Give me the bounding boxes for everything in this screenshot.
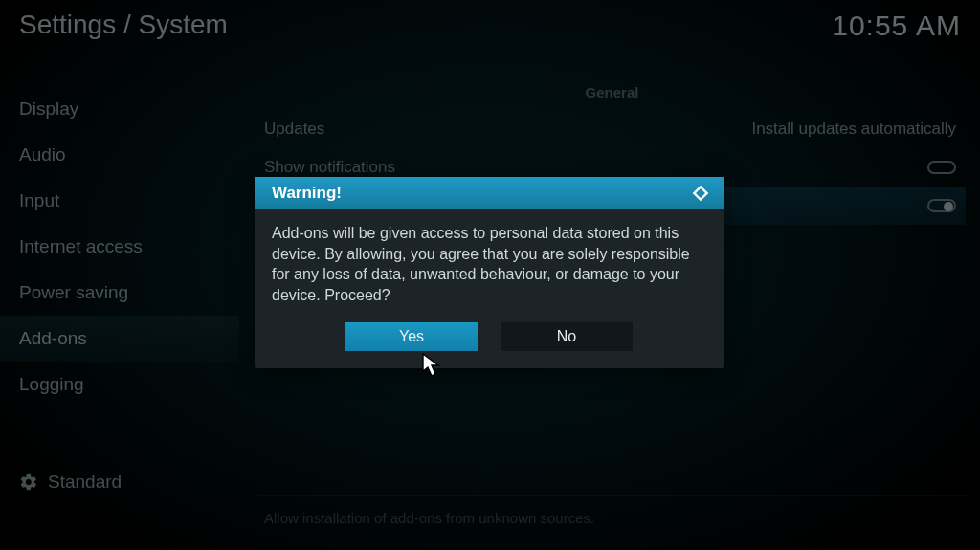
dialog-body: Add-ons will be given access to personal… (255, 209, 724, 322)
settings-level[interactable]: Standard (19, 472, 122, 493)
yes-button[interactable]: Yes (345, 322, 478, 351)
dialog-title: Warning! (272, 184, 342, 203)
setting-value: Install updates automatically (751, 120, 956, 139)
sidebar-item-audio[interactable]: Audio (0, 132, 239, 178)
setting-label: Updates (264, 120, 324, 139)
sidebar-item-addons[interactable]: Add-ons (0, 316, 239, 362)
setting-label: Show notifications (264, 158, 395, 177)
settings-level-label: Standard (48, 472, 122, 493)
no-button[interactable]: No (501, 322, 633, 351)
sidebar-item-internet[interactable]: Internet access (0, 224, 239, 270)
setting-row-updates[interactable]: Updates Install updates automatically (258, 110, 966, 148)
dialog-buttons: Yes No (255, 322, 724, 368)
toggle-off-icon[interactable] (927, 161, 956, 174)
sidebar-item-display[interactable]: Display (0, 86, 239, 132)
cursor-icon (422, 353, 441, 378)
sidebar-item-logging[interactable]: Logging (0, 362, 239, 407)
gear-icon (19, 473, 38, 492)
warning-dialog: Warning! Add-ons will be given access to… (255, 177, 724, 368)
kodi-logo-icon (691, 184, 710, 203)
dialog-header: Warning! (255, 177, 724, 209)
setting-description: Allow installation of add-ons from unkno… (258, 495, 966, 526)
section-heading: General (258, 84, 966, 100)
header: Settings / System 10:55 AM (19, 10, 961, 42)
toggle-on-icon[interactable] (927, 199, 956, 212)
sidebar-item-input[interactable]: Input (0, 178, 239, 224)
sidebar-item-power-saving[interactable]: Power saving (0, 270, 239, 316)
sidebar: Display Audio Input Internet access Powe… (0, 86, 239, 407)
clock: 10:55 AM (832, 10, 961, 42)
breadcrumb: Settings / System (19, 10, 228, 40)
